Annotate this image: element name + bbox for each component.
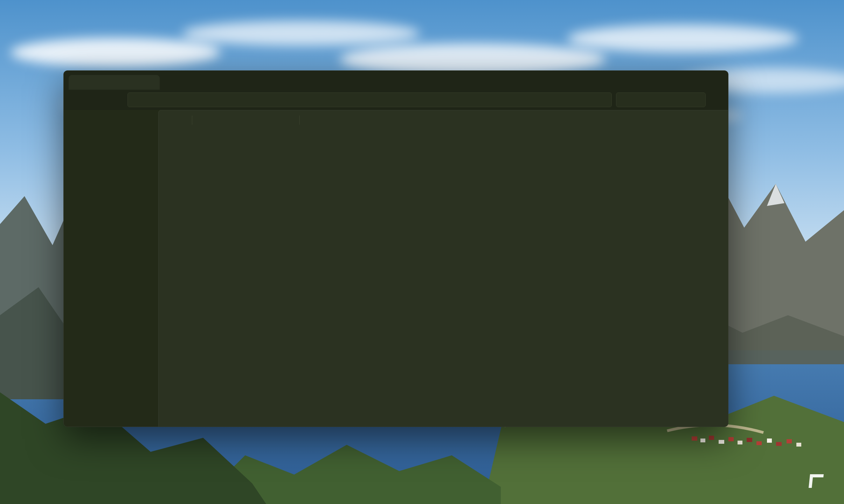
breadcrumb: [127, 92, 612, 107]
delete-button[interactable]: [280, 114, 296, 126]
chevron-down-icon: [180, 118, 184, 122]
arrow-right-icon: [87, 97, 92, 103]
search-icon: [696, 97, 701, 103]
address-bar: [64, 90, 728, 110]
view-grid-icon: [676, 117, 682, 123]
plus-circle-icon: [168, 117, 174, 123]
paste-icon: [235, 117, 241, 123]
toolbar: [159, 110, 728, 130]
more-options-button[interactable]: [707, 114, 723, 126]
copy-button[interactable]: [213, 114, 229, 126]
chevron-down-icon: [666, 118, 671, 122]
gear-icon: [713, 97, 719, 103]
forward-button[interactable]: [83, 94, 95, 106]
maximize-button[interactable]: [693, 72, 709, 85]
search-box[interactable]: [616, 92, 706, 107]
tab-geekom-mini-it13-review[interactable]: [69, 75, 160, 90]
scissors-icon: [201, 117, 207, 123]
cut-button[interactable]: [196, 114, 212, 126]
tab-close-icon[interactable]: [151, 80, 155, 85]
rename-icon: [251, 117, 257, 123]
xda-logo-mark: [809, 474, 824, 488]
screen: [0, 0, 844, 504]
trash-icon: [285, 117, 291, 123]
minimize-button[interactable]: [677, 72, 693, 85]
select-items-button[interactable]: [640, 114, 656, 126]
new-tab-button[interactable]: [163, 76, 174, 87]
arrow-left-icon: [72, 97, 78, 103]
arrow-up-icon: [101, 97, 106, 103]
copy-icon: [218, 117, 224, 123]
rename-button[interactable]: [246, 114, 262, 126]
chevron-down-icon[interactable]: [603, 98, 608, 102]
share-icon: [268, 117, 274, 123]
panel-icon: [696, 117, 701, 123]
files-area: [159, 130, 728, 427]
up-button[interactable]: [97, 94, 109, 106]
maximize-icon: [699, 76, 704, 81]
key-button[interactable]: [303, 114, 319, 126]
sort-icon: [659, 117, 665, 123]
folder-icon: [73, 79, 79, 85]
view-button[interactable]: [673, 114, 690, 126]
settings-button[interactable]: [709, 94, 722, 106]
key-icon: [309, 117, 314, 123]
paste-button[interactable]: [229, 114, 245, 126]
select-icon: [645, 117, 651, 123]
new-button[interactable]: [164, 114, 188, 126]
close-button[interactable]: [709, 72, 725, 85]
plus-icon: [166, 79, 172, 84]
ellipsis-icon: [712, 117, 718, 123]
share-button[interactable]: [263, 114, 279, 126]
content-pane: [158, 110, 728, 427]
back-button[interactable]: [69, 94, 81, 106]
close-icon: [714, 76, 720, 81]
refresh-icon: [115, 97, 120, 103]
xda-watermark: [809, 474, 829, 488]
file-explorer-window: [63, 70, 728, 427]
chevron-down-icon: [683, 118, 687, 122]
window-controls: [677, 72, 725, 85]
search-input[interactable]: [621, 96, 693, 103]
minimize-icon: [682, 76, 688, 81]
sort-button[interactable]: [657, 114, 673, 126]
sidebar: [64, 110, 158, 427]
toolbar-divider: [192, 116, 192, 125]
refresh-button[interactable]: [111, 94, 123, 106]
preview-pane-button[interactable]: [690, 114, 706, 126]
toolbar-view-group: [640, 114, 723, 126]
toolbar-divider: [299, 116, 300, 125]
tab-bar: [64, 71, 728, 90]
